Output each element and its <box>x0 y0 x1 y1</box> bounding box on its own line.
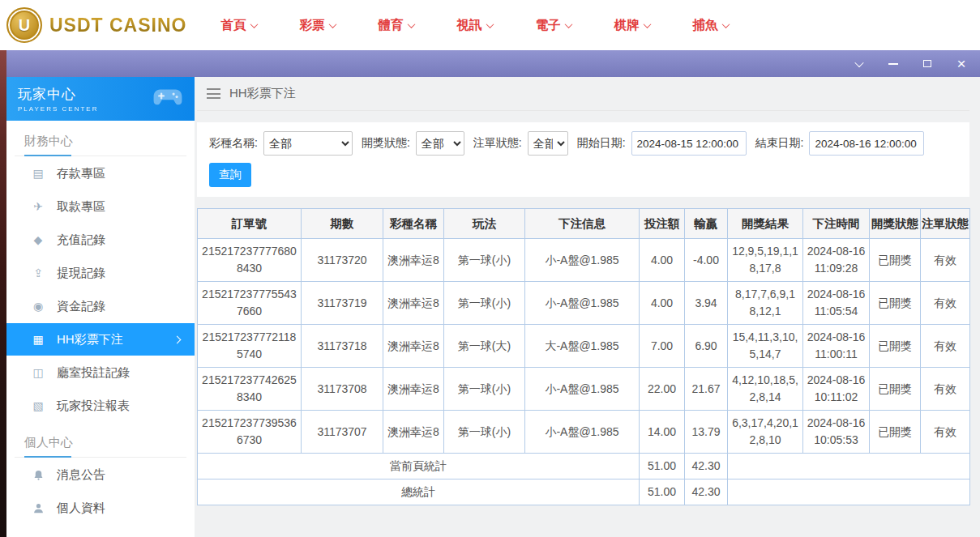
report-icon: ▧ <box>31 400 45 411</box>
sidebar-item-lottery-bets[interactable]: ▦HH彩票下注 <box>6 323 195 356</box>
table-cell: 6,3,17,4,20,12,8,10 <box>728 411 803 454</box>
sidebar-item-label: 存款專區 <box>57 166 105 181</box>
table-row: 215217237775543766031173719澳洲幸运8第一球(小)小-… <box>198 282 970 325</box>
lottery-type-select[interactable]: 全部 <box>263 131 353 156</box>
column-header: 玩法 <box>444 209 525 239</box>
minimize-button[interactable] <box>886 57 901 71</box>
end-date-input[interactable] <box>809 131 924 156</box>
column-header: 訂單號 <box>198 209 302 239</box>
lottery-bets-icon: ▦ <box>31 334 45 345</box>
maximize-button[interactable] <box>920 57 935 71</box>
table-cell: 2152172377755437660 <box>198 282 302 325</box>
table-cell: 7.00 <box>640 325 685 368</box>
sidebar-header: 玩家中心 PLAYERS CENTER <box>6 77 195 121</box>
column-header: 彩種名稱 <box>383 209 444 239</box>
nav-item-2[interactable]: 彩票 <box>299 17 336 34</box>
table-cell: 4.00 <box>640 239 685 282</box>
chevron-down-icon <box>854 58 863 66</box>
chevron-down-icon <box>486 20 494 28</box>
nav-item-7[interactable]: 捕魚 <box>692 17 729 34</box>
nav-item-6[interactable]: 棋牌 <box>614 17 650 34</box>
table-cell: 有效 <box>921 239 970 282</box>
sidebar-item-label: 消息公告 <box>57 467 105 483</box>
sidebar-item-hall-record[interactable]: ◫廳室投註記錄 <box>6 356 195 389</box>
table-cell: 2152172377776808430 <box>198 239 302 282</box>
table-cell: 31173719 <box>302 282 383 325</box>
sidebar-item-report[interactable]: ▧玩家投注報表 <box>6 390 195 422</box>
table-cell: 有效 <box>921 325 970 368</box>
start-date-filter: 開始日期: <box>577 131 747 156</box>
gamepad-icon <box>152 87 183 111</box>
table-cell: 澳洲幸运8 <box>383 368 444 411</box>
logo-letter: U <box>19 16 30 35</box>
table-row: 215217237777680843031173720澳洲幸运8第一球(小)小-… <box>198 239 970 282</box>
table-cell: 3.94 <box>685 282 728 325</box>
table-row: 215217237739536673031173707澳洲幸运8第一球(小)小-… <box>198 411 970 454</box>
lottery-type-filter: 彩種名稱: 全部 <box>209 131 353 156</box>
table-cell: 已開獎 <box>870 368 921 411</box>
menu-toggle-icon[interactable] <box>207 88 220 99</box>
table-cell: 31173718 <box>302 325 383 368</box>
sidebar-item-deposit[interactable]: ▤存款專區 <box>6 157 195 190</box>
table-cell: 2024-08-16 10:11:02 <box>803 368 870 411</box>
window-titlebar <box>6 50 980 77</box>
logo-icon: U <box>6 7 42 43</box>
table-cell: -4.00 <box>685 239 728 282</box>
table-cell: 第一球(小) <box>444 239 525 282</box>
sidebar-item-profile[interactable]: 個人資料 <box>6 492 195 524</box>
table-cell: 12,9,5,19,1,18,17,8 <box>728 239 803 282</box>
table-cell: 小-A盤@1.985 <box>525 411 640 454</box>
nav-item-3[interactable]: 體育 <box>378 17 414 34</box>
sidebar-item-cashout-record[interactable]: ⇪提現記錄 <box>6 257 195 289</box>
nav-item-1[interactable]: 首頁 <box>220 17 257 34</box>
collapse-button[interactable] <box>852 57 867 71</box>
start-date-input[interactable] <box>631 131 747 156</box>
table-cell: 小-A盤@1.985 <box>525 282 640 325</box>
sidebar-header-text: 玩家中心 PLAYERS CENTER <box>18 85 98 113</box>
filter-row: 彩種名稱: 全部 開獎狀態: 全部 注單狀態: <box>209 131 957 156</box>
sidebar-subtitle: PLAYERS CENTER <box>18 105 98 113</box>
hall-record-icon: ◫ <box>31 367 45 378</box>
nav-item-label: 電子 <box>535 17 560 34</box>
table-cell: 小-A盤@1.985 <box>525 368 640 411</box>
table-cell: 澳洲幸运8 <box>383 325 444 368</box>
page-title: HH彩票下注 <box>229 86 296 101</box>
column-header: 投注額 <box>640 209 685 239</box>
sidebar-item-withdraw[interactable]: ✈取款專區 <box>6 190 195 223</box>
nav-item-4[interactable]: 視訊 <box>456 17 493 34</box>
table-summary-row: 當前頁統計51.0042.30 <box>198 454 970 479</box>
summary-win-loss-total: 42.30 <box>685 479 728 505</box>
table-cell: 14.00 <box>640 411 685 454</box>
table-cell: 4.00 <box>640 282 685 325</box>
table-cell: 2024-08-16 11:05:54 <box>803 282 870 325</box>
table-cell: 31173707 <box>302 411 383 454</box>
table-cell: 2024-08-16 10:05:53 <box>803 411 870 454</box>
sidebar-item-recharge-record[interactable]: ◆充值記錄 <box>6 224 195 256</box>
order-status-filter: 注單狀態: 全部 <box>473 131 568 156</box>
top-navigation: U USDT CASINO 首頁彩票體育視訊電子棋牌捕魚 <box>0 0 980 50</box>
filter-actions: 查詢 <box>209 163 957 187</box>
table-cell: 有效 <box>921 411 970 454</box>
table-cell: 15,4,11,3,10,5,14,7 <box>728 325 803 368</box>
close-button[interactable] <box>954 57 969 71</box>
site-logo[interactable]: U USDT CASINO <box>6 7 186 43</box>
table-cell: 第一球(大) <box>444 325 525 368</box>
summary-label: 總統計 <box>198 479 640 505</box>
table-cell: 13.79 <box>685 411 728 454</box>
chevron-down-icon <box>644 20 652 28</box>
table-cell: 已開獎 <box>870 411 921 454</box>
sidebar-item-bell[interactable]: 消息公告 <box>6 458 195 491</box>
nav-item-5[interactable]: 電子 <box>535 17 571 34</box>
table-cell: 澳洲幸运8 <box>383 282 444 325</box>
sidebar-item-funds-record[interactable]: ◉資金記錄 <box>6 290 195 322</box>
query-button[interactable]: 查詢 <box>209 163 251 187</box>
draw-status-select[interactable]: 全部 <box>416 131 464 156</box>
chevron-down-icon <box>329 20 337 28</box>
chevron-down-icon <box>722 20 730 28</box>
order-status-select[interactable]: 全部 <box>528 131 568 156</box>
chevron-right-icon <box>173 335 182 343</box>
logo-text: USDT CASINO <box>49 15 186 36</box>
column-header: 下注信息 <box>525 209 640 239</box>
sidebar-item-label: 提現記錄 <box>57 266 105 281</box>
table-cell: 6.90 <box>685 325 728 368</box>
